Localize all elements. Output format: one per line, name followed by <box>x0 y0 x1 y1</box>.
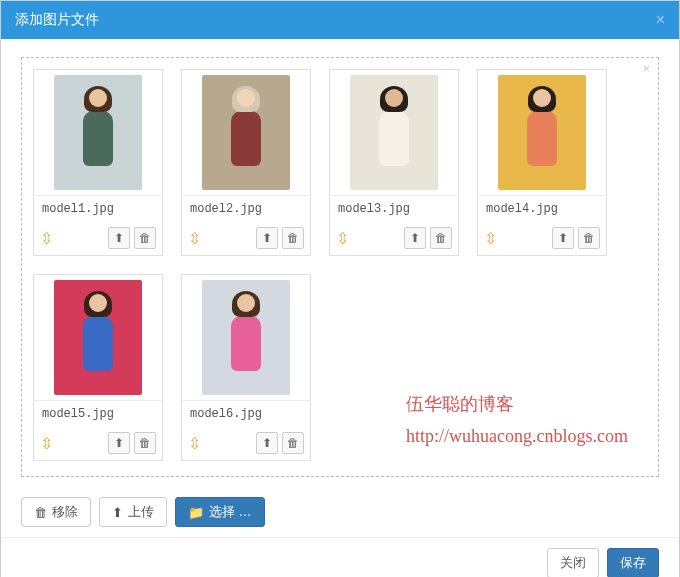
thumbnail-image <box>182 275 310 400</box>
delete-item-button[interactable]: 🗑 <box>282 227 304 249</box>
delete-item-button[interactable]: 🗑 <box>282 432 304 454</box>
drag-handle-icon[interactable]: ⇳ <box>188 229 201 248</box>
blog-title: 伍华聪的博客 <box>406 388 628 420</box>
file-dropzone[interactable]: × model1.jpg ⇳ ⬆ 🗑 <box>21 57 659 477</box>
select-label: 选择 … <box>209 503 252 521</box>
dialog-footer: 关闭 保存 <box>1 537 679 577</box>
trash-icon: 🗑 <box>34 505 47 520</box>
thumbnail-card[interactable]: model4.jpg ⇳ ⬆ 🗑 <box>477 69 607 256</box>
thumbnail-filename: model6.jpg <box>182 400 310 427</box>
blog-watermark: 伍华聪的博客 http://wuhuacong.cnblogs.com <box>406 388 628 453</box>
thumbnail-actions: ⇳ ⬆ 🗑 <box>34 222 162 255</box>
drag-handle-icon[interactable]: ⇳ <box>188 434 201 453</box>
upload-item-button[interactable]: ⬆ <box>404 227 426 249</box>
folder-icon: 📁 <box>188 505 204 520</box>
dropzone-close-button[interactable]: × <box>643 62 650 76</box>
thumbnail-filename: model2.jpg <box>182 195 310 222</box>
dialog-body: × model1.jpg ⇳ ⬆ 🗑 <box>1 39 679 487</box>
thumbnail-actions: ⇳ ⬆ 🗑 <box>330 222 458 255</box>
thumbnail-actions: ⇳ ⬆ 🗑 <box>478 222 606 255</box>
thumbnail-card[interactable]: model1.jpg ⇳ ⬆ 🗑 <box>33 69 163 256</box>
upload-item-button[interactable]: ⬆ <box>552 227 574 249</box>
thumbnail-card[interactable]: model6.jpg ⇳ ⬆ 🗑 <box>181 274 311 461</box>
thumbnail-filename: model3.jpg <box>330 195 458 222</box>
thumbnail-filename: model4.jpg <box>478 195 606 222</box>
delete-item-button[interactable]: 🗑 <box>578 227 600 249</box>
thumbnail-image <box>34 275 162 400</box>
dialog-close-button[interactable]: × <box>656 11 665 29</box>
remove-button[interactable]: 🗑 移除 <box>21 497 91 527</box>
delete-item-button[interactable]: 🗑 <box>134 227 156 249</box>
upload-item-button[interactable]: ⬆ <box>256 227 278 249</box>
upload-item-button[interactable]: ⬆ <box>108 227 130 249</box>
close-button[interactable]: 关闭 <box>547 548 599 577</box>
drag-handle-icon[interactable]: ⇳ <box>484 229 497 248</box>
thumbnail-card[interactable]: model3.jpg ⇳ ⬆ 🗑 <box>329 69 459 256</box>
upload-dialog: 添加图片文件 × × model1.jpg ⇳ ⬆ 🗑 <box>0 0 680 577</box>
thumbnail-image <box>330 70 458 195</box>
thumbnail-filename: model1.jpg <box>34 195 162 222</box>
thumbnail-card[interactable]: model2.jpg ⇳ ⬆ 🗑 <box>181 69 311 256</box>
dialog-header: 添加图片文件 × <box>1 1 679 39</box>
upload-arrow-icon: ⬆ <box>112 505 123 520</box>
blog-link[interactable]: http://wuhuacong.cnblogs.com <box>406 426 628 446</box>
thumbnail-card[interactable]: model5.jpg ⇳ ⬆ 🗑 <box>33 274 163 461</box>
upload-button[interactable]: ⬆ 上传 <box>99 497 167 527</box>
thumbnail-image <box>182 70 310 195</box>
upload-item-button[interactable]: ⬆ <box>256 432 278 454</box>
upload-item-button[interactable]: ⬆ <box>108 432 130 454</box>
action-toolbar: 🗑 移除 ⬆ 上传 📁 选择 … <box>1 487 679 531</box>
select-files-button[interactable]: 📁 选择 … <box>175 497 265 527</box>
drag-handle-icon[interactable]: ⇳ <box>336 229 349 248</box>
thumbnail-actions: ⇳ ⬆ 🗑 <box>182 222 310 255</box>
drag-handle-icon[interactable]: ⇳ <box>40 229 53 248</box>
thumbnail-filename: model5.jpg <box>34 400 162 427</box>
thumbnail-image <box>34 70 162 195</box>
save-button[interactable]: 保存 <box>607 548 659 577</box>
delete-item-button[interactable]: 🗑 <box>134 432 156 454</box>
dialog-title: 添加图片文件 <box>15 11 99 29</box>
upload-label: 上传 <box>128 503 154 521</box>
delete-item-button[interactable]: 🗑 <box>430 227 452 249</box>
thumbnail-actions: ⇳ ⬆ 🗑 <box>34 427 162 460</box>
thumbnail-image <box>478 70 606 195</box>
drag-handle-icon[interactable]: ⇳ <box>40 434 53 453</box>
remove-label: 移除 <box>52 503 78 521</box>
thumbnail-actions: ⇳ ⬆ 🗑 <box>182 427 310 460</box>
